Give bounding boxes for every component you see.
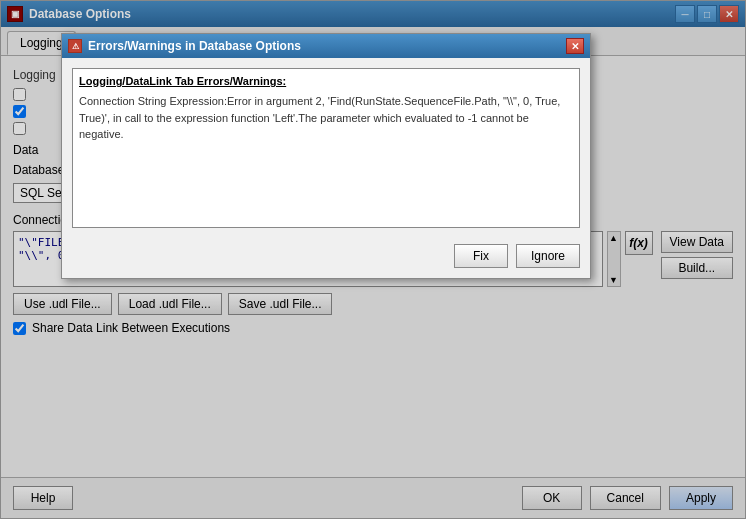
error-titlebar: ⚠ Errors/Warnings in Database Options ✕: [62, 34, 590, 58]
close-error-button[interactable]: ✕: [566, 38, 584, 54]
fix-button[interactable]: Fix: [454, 244, 508, 268]
error-dialog-icon: ⚠: [68, 39, 82, 53]
error-footer: Fix Ignore: [62, 238, 590, 278]
error-body: Logging/DataLink Tab Errors/Warnings: Co…: [62, 58, 590, 238]
error-dialog: ⚠ Errors/Warnings in Database Options ✕ …: [61, 33, 591, 279]
main-window: ▣ Database Options ─ □ ✕ Logging Logging: [0, 0, 746, 519]
error-message: Connection String Expression:Error in ar…: [79, 93, 573, 143]
error-dialog-title: Errors/Warnings in Database Options: [88, 39, 301, 53]
ignore-button[interactable]: Ignore: [516, 244, 580, 268]
error-section-title: Logging/DataLink Tab Errors/Warnings:: [79, 75, 573, 87]
error-text-area[interactable]: Logging/DataLink Tab Errors/Warnings: Co…: [72, 68, 580, 228]
